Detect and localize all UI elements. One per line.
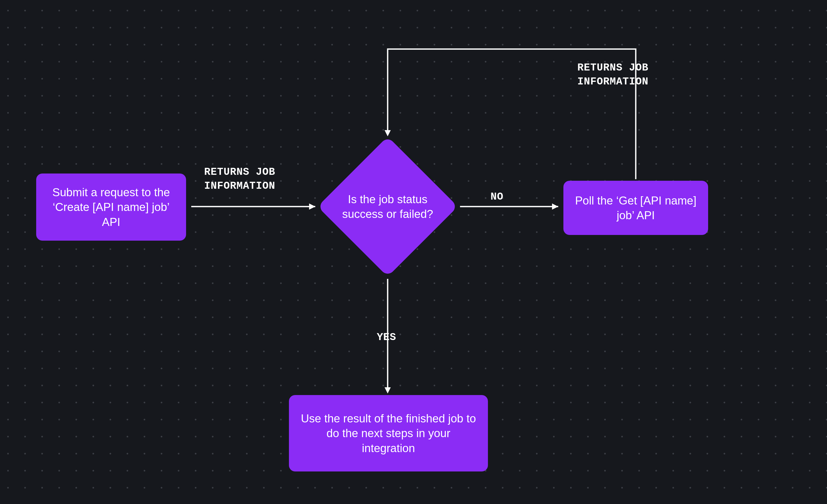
svg-marker-6 [385, 387, 391, 393]
node-submit-request: Submit a request to the ‘Create [API nam… [36, 173, 186, 241]
svg-marker-3 [552, 204, 558, 210]
node-decision-status-text: Is the job status success or failed? [341, 192, 434, 221]
svg-marker-4 [385, 130, 391, 136]
label-no: NO [490, 190, 503, 204]
label-returns-job-info-left: RETURNS JOB INFORMATION [204, 165, 275, 193]
node-poll-job-text: Poll the ‘Get [API name] job’ API [574, 193, 698, 223]
node-use-result-text: Use the result of the finished job to do… [299, 411, 478, 455]
label-yes: YES [377, 331, 396, 344]
svg-marker-1 [309, 204, 315, 210]
label-returns-job-info-right: RETURNS JOB INFORMATION [577, 61, 648, 89]
node-submit-request-text: Submit a request to the ‘Create [API nam… [47, 185, 176, 229]
flowchart-canvas: Submit a request to the ‘Create [API nam… [0, 0, 827, 504]
node-use-result: Use the result of the finished job to do… [289, 395, 488, 471]
node-decision-status: Is the job status success or failed? [318, 137, 457, 276]
node-poll-job: Poll the ‘Get [API name] job’ API [564, 181, 708, 235]
